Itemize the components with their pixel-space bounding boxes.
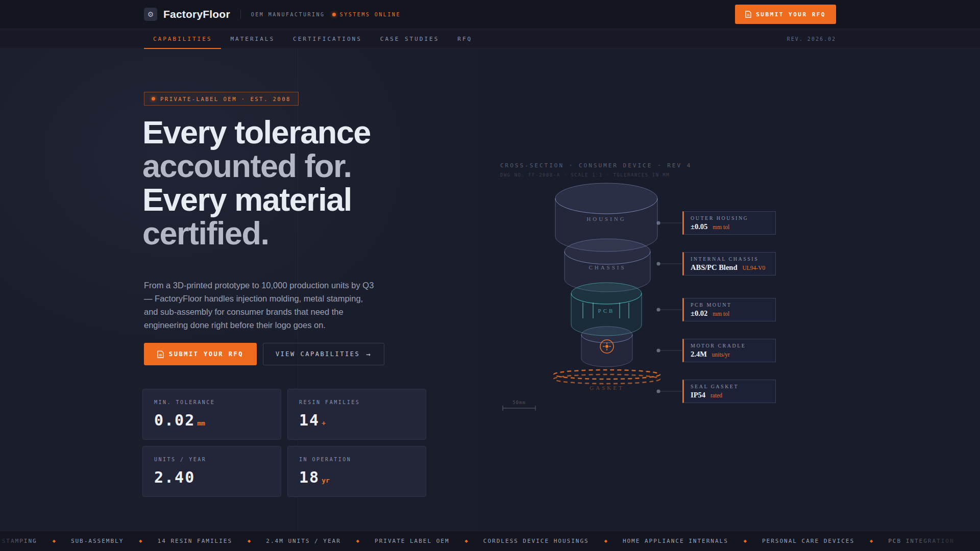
stat-value: 2.40 [154, 468, 270, 486]
stat-card-min-tolerance: MIN. TOLERANCE 0.02mm [142, 389, 281, 440]
gear-icon: ⚙ [144, 8, 157, 21]
stat-unit: mm [197, 419, 205, 427]
status-label: SYSTEMS ONLINE [340, 12, 401, 17]
callout-motor-cradle: MOTOR CRADLE 2.4Munits/yr [682, 339, 776, 362]
hero-paragraph: From a 3D-printed prototype to 10,000 pr… [144, 279, 377, 332]
stats-grid: MIN. TOLERANCE 0.02mm RESIN FAMILIES 14+… [142, 389, 426, 497]
stat-value: 14+ [299, 411, 414, 429]
pcb-top [571, 283, 642, 304]
document-icon [745, 11, 751, 18]
nav-item-certifications[interactable]: CERTIFICATIONS [284, 29, 371, 48]
callout-seal-gasket: SEAL GASKET IP54rated [682, 380, 776, 403]
callout-value: ±0.05 [691, 222, 707, 231]
diagram-title: CROSS-SECTION · CONSUMER DEVICE · REV 4 [500, 162, 692, 169]
badge-dot-icon [152, 97, 155, 101]
ticker-fade-right [868, 531, 980, 551]
callout-internal-chassis: INTERNAL CHASSIS ABS/PC BlendUL94-V0 [682, 252, 776, 276]
stat-number: 18 [299, 468, 320, 486]
ticker-item: CORDLESS DEVICE HOUSINGS [468, 538, 604, 544]
main-nav: CAPABILITIES MATERIALS CERTIFICATIONS CA… [0, 29, 980, 49]
scale-label: 50mm [512, 400, 526, 405]
callout-value: 2.4M [691, 350, 707, 359]
ticker-item: HOME APPLIANCE INTERNALS [607, 538, 744, 544]
stat-value: 0.02mm [154, 411, 270, 429]
callout-unit: mm tol [713, 224, 729, 230]
stat-label: MIN. TOLERANCE [154, 399, 270, 405]
stat-number: 0.02 [154, 411, 195, 429]
callout-title: MOTOR CRADLE [691, 343, 769, 348]
callout-title: OUTER HOUSING [691, 215, 769, 221]
stat-value: 18yr [299, 468, 414, 486]
header-submit-rfq-button[interactable]: SUBMIT YOUR RFQ [735, 5, 836, 24]
stat-number: 2.40 [154, 468, 195, 486]
callout-value: IP54 [691, 391, 705, 399]
stat-number: 14 [299, 411, 320, 429]
header-tagline: OEM MANUFACTURING [251, 12, 325, 17]
callout-pcb-mount: PCB MOUNT ±0.02mm tol [682, 298, 776, 321]
chassis-top [565, 239, 650, 264]
gasket-label: GASKET [590, 385, 624, 391]
callout-unit: mm tol [713, 311, 729, 317]
stat-label: IN OPERATION [299, 457, 414, 462]
gasket-rings [554, 370, 660, 384]
header: ⚙ FactoryFloor OEM MANUFACTURING SYSTEMS… [0, 0, 980, 29]
arrow-right-icon: → [366, 350, 372, 358]
housing-top [555, 183, 657, 214]
gear-glyph: ⚙ [148, 10, 154, 18]
callout-title: SEAL GASKET [691, 384, 769, 389]
ticker-item: SUB-ASSEMBLY [56, 538, 139, 544]
header-divider [240, 10, 241, 19]
heading-line-3: Every material [142, 182, 352, 217]
heading-line-1: Every tolerance [142, 114, 371, 150]
ticker-item: PERSONAL CARE DEVICES [747, 538, 870, 544]
header-submit-rfq-label: SUBMIT YOUR RFQ [756, 11, 826, 18]
nav-item-capabilities[interactable]: CAPABILITIES [144, 29, 221, 48]
submit-rfq-button[interactable]: SUBMIT YOUR RFQ [144, 343, 257, 365]
ticker-item: 14 RESIN FAMILIES [142, 538, 248, 544]
document-icon [157, 350, 164, 358]
system-status: SYSTEMS ONLINE [332, 12, 401, 17]
chassis-label: CHASSIS [589, 264, 626, 270]
stat-label: UNITS / YEAR [154, 457, 270, 462]
view-capabilities-label: VIEW CAPABILITIES [276, 350, 360, 358]
view-capabilities-button[interactable]: VIEW CAPABILITIES → [263, 343, 384, 365]
callout-outer-housing: OUTER HOUSING ±0.05mm tol [682, 211, 776, 235]
ticker-fade-left [0, 531, 41, 551]
housing-label: HOUSING [586, 216, 626, 222]
callout-unit: UL94-V0 [742, 265, 765, 271]
page: ⚙ FactoryFloor OEM MANUFACTURING SYSTEMS… [0, 0, 980, 551]
stat-card-units-year: UNITS / YEAR 2.40 [142, 446, 281, 497]
nav-item-case-studies[interactable]: CASE STUDIES [371, 29, 448, 48]
callout-title: INTERNAL CHASSIS [691, 256, 769, 262]
callout-unit: units/yr [712, 352, 730, 358]
stat-label: RESIN FAMILIES [299, 399, 414, 405]
capability-ticker: METAL STAMPING◆ SUB-ASSEMBLY◆ 14 RESIN F… [0, 531, 980, 551]
status-dot-icon [332, 13, 336, 16]
page-title: Every tolerance accounted for. Every mat… [142, 115, 428, 250]
stat-unit: + [322, 419, 326, 427]
scale-bar [503, 406, 535, 411]
nav-item-materials[interactable]: MATERIALS [221, 29, 284, 48]
brand-name: FactoryFloor [163, 8, 230, 20]
nav-item-rfq[interactable]: RFQ [448, 29, 481, 48]
revision-label: REV. 2026.02 [787, 29, 836, 48]
stat-card-in-operation: IN OPERATION 18yr [287, 446, 426, 497]
heading-line-2: accounted for. [142, 148, 352, 184]
diagram-panel: CROSS-SECTION · CONSUMER DEVICE · REV 4 … [478, 49, 980, 531]
stat-unit: yr [322, 477, 330, 484]
submit-rfq-label: SUBMIT YOUR RFQ [169, 350, 243, 358]
motor-top [581, 327, 632, 343]
diagram-subtitle: DWG NO. FF-2008-A · SCALE 1:1 · TOLERANC… [500, 172, 670, 178]
pcb-label: PCB [598, 308, 615, 314]
callout-value: ABS/PC Blend [691, 263, 737, 272]
ticker-item: 2.4M UNITS / YEAR [251, 538, 356, 544]
ticker-item: PRIVATE LABEL OEM [359, 538, 465, 544]
cta-row: SUBMIT YOUR RFQ VIEW CAPABILITIES → [144, 343, 384, 365]
exploded-view-diagram: HOUSING CHASSIS PCB [478, 49, 980, 531]
hero-badge: PRIVATE-LABEL OEM · EST. 2008 [144, 92, 299, 106]
heading-line-4: certified. [142, 215, 269, 251]
ticker-track: METAL STAMPING◆ SUB-ASSEMBLY◆ 14 RESIN F… [0, 531, 980, 551]
callout-unit: rated [710, 392, 722, 398]
callout-title: PCB MOUNT [691, 302, 769, 308]
stat-card-resin-families: RESIN FAMILIES 14+ [287, 389, 426, 440]
